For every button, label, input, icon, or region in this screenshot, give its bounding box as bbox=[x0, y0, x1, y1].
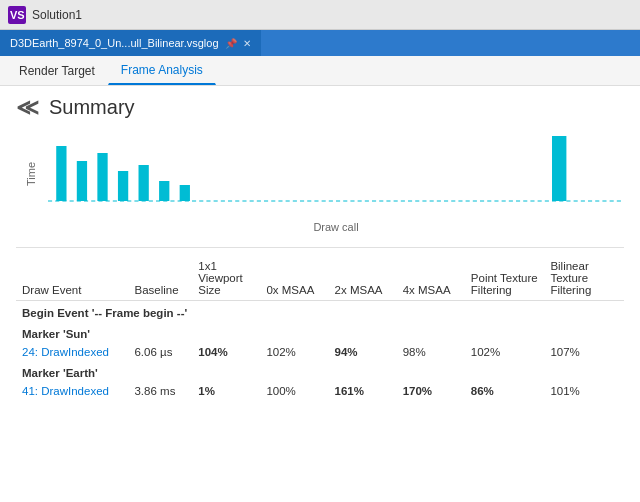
col-btf: Bilinear Texture Filtering bbox=[544, 256, 624, 301]
msaa4-value: 98% bbox=[397, 343, 465, 361]
svg-rect-9 bbox=[180, 185, 190, 201]
chart-area: Time Draw call bbox=[16, 129, 624, 239]
svg-rect-7 bbox=[139, 165, 149, 201]
table-row: 24: DrawIndexed 6.06 µs 104% 102% 94% 98… bbox=[16, 343, 624, 361]
tab-frame-analysis[interactable]: Frame Analysis bbox=[108, 56, 216, 85]
close-icon[interactable]: ✕ bbox=[243, 38, 251, 49]
msaa2-value: 94% bbox=[329, 343, 397, 361]
section-divider bbox=[16, 247, 624, 248]
table-header-row: Draw Event Baseline 1x1 Viewport Size 0x… bbox=[16, 256, 624, 301]
window-title: Solution1 bbox=[32, 8, 82, 22]
svg-rect-4 bbox=[77, 161, 87, 201]
tab-render-target[interactable]: Render Target bbox=[6, 56, 108, 85]
baseline-value: 6.06 µs bbox=[128, 343, 192, 361]
data-table: Draw Event Baseline 1x1 Viewport Size 0x… bbox=[16, 256, 624, 400]
msaa0-value: 102% bbox=[260, 343, 328, 361]
col-viewport: 1x1 Viewport Size bbox=[192, 256, 260, 301]
draw-event-link[interactable]: 41: DrawIndexed bbox=[16, 382, 128, 400]
view-toolbar: Render Target Frame Analysis bbox=[0, 56, 640, 86]
vs-logo-icon: VS bbox=[8, 6, 26, 24]
table-marker-row: Marker 'Sun' bbox=[16, 322, 624, 343]
vp-value: 1% bbox=[192, 382, 260, 400]
event-label: Begin Event '-- Frame begin --' bbox=[16, 301, 624, 323]
marker-label: Marker 'Sun' bbox=[16, 322, 624, 343]
chart-y-label: Time bbox=[16, 129, 46, 219]
svg-rect-8 bbox=[159, 181, 169, 201]
chart-x-label: Draw call bbox=[48, 221, 624, 233]
main-content: ≪ Summary Time Draw call bbox=[0, 86, 640, 502]
draw-event-link[interactable]: 24: DrawIndexed bbox=[16, 343, 128, 361]
col-ptf: Point Texture Filtering bbox=[465, 256, 545, 301]
msaa2-value: 161% bbox=[329, 382, 397, 400]
col-draw-event: Draw Event bbox=[16, 256, 128, 301]
col-msaa0: 0x MSAA bbox=[260, 256, 328, 301]
summary-title: Summary bbox=[49, 96, 135, 119]
msaa4-value: 170% bbox=[397, 382, 465, 400]
table-marker-row: Marker 'Earth' bbox=[16, 361, 624, 382]
collapse-icon[interactable]: ≪ bbox=[16, 97, 39, 119]
pin-icon[interactable]: 📌 bbox=[225, 38, 237, 49]
svg-rect-3 bbox=[56, 146, 66, 201]
table-event-header-row: Begin Event '-- Frame begin --' bbox=[16, 301, 624, 323]
table-row: 41: DrawIndexed 3.86 ms 1% 100% 161% 170… bbox=[16, 382, 624, 400]
btf-value: 101% bbox=[544, 382, 624, 400]
svg-rect-5 bbox=[97, 153, 107, 201]
summary-header: ≪ Summary bbox=[16, 96, 624, 119]
col-msaa4: 4x MSAA bbox=[397, 256, 465, 301]
col-baseline: Baseline bbox=[128, 256, 192, 301]
title-bar: VS Solution1 bbox=[0, 0, 640, 30]
file-tab-bar: D3DEarth_8974_0_Un...ull_Bilinear.vsglog… bbox=[0, 30, 640, 56]
chart-inner bbox=[48, 129, 624, 219]
chart-svg bbox=[48, 129, 624, 219]
ptf-value: 86% bbox=[465, 382, 545, 400]
svg-text:VS: VS bbox=[10, 9, 25, 21]
col-msaa2: 2x MSAA bbox=[329, 256, 397, 301]
ptf-value: 102% bbox=[465, 343, 545, 361]
svg-rect-6 bbox=[118, 171, 128, 201]
file-tab-label: D3DEarth_8974_0_Un...ull_Bilinear.vsglog bbox=[10, 37, 219, 49]
baseline-value: 3.86 ms bbox=[128, 382, 192, 400]
msaa0-value: 100% bbox=[260, 382, 328, 400]
marker-label: Marker 'Earth' bbox=[16, 361, 624, 382]
file-tab[interactable]: D3DEarth_8974_0_Un...ull_Bilinear.vsglog… bbox=[0, 30, 262, 56]
btf-value: 107% bbox=[544, 343, 624, 361]
svg-rect-10 bbox=[552, 136, 566, 201]
vp-value: 104% bbox=[192, 343, 260, 361]
